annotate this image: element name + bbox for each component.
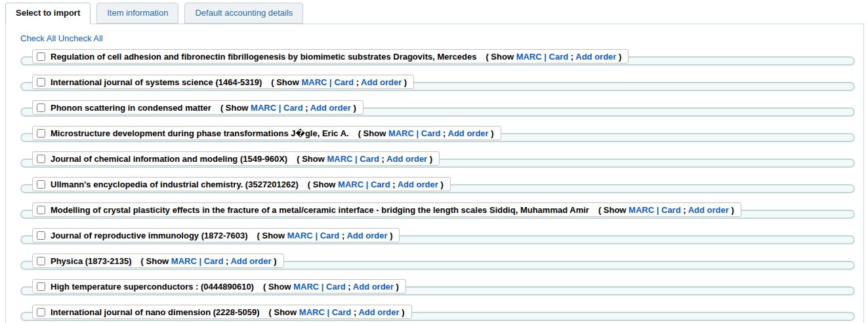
semicolon-separator: ; (356, 77, 359, 87)
add-order-link[interactable]: Add order (230, 256, 271, 266)
add-order-link[interactable]: Add order (398, 180, 438, 189)
add-order-link[interactable]: Add order (688, 205, 729, 215)
semicolon-separator: ; (443, 128, 445, 138)
show-card-link[interactable]: Card (334, 77, 354, 87)
record-checkbox[interactable] (37, 129, 45, 138)
pipe-separator: | (355, 154, 358, 164)
add-order-link[interactable]: Add order (353, 282, 394, 292)
semicolon-separator: ; (382, 154, 384, 164)
show-marc-link[interactable]: MARC (516, 52, 542, 62)
show-card-link[interactable]: Card (360, 154, 379, 164)
add-order-link[interactable]: Add order (310, 103, 351, 113)
record-checkbox[interactable] (37, 206, 45, 214)
record-actions: ( Show MARC | Card ; Add order ) (257, 231, 393, 240)
pipe-separator: | (327, 307, 329, 317)
show-marc-link[interactable]: MARC (171, 256, 197, 266)
record-actions: ( Show MARC | Card ; Add order ) (220, 103, 356, 113)
record-checkbox[interactable] (37, 155, 45, 163)
show-marc-link[interactable]: MARC (287, 231, 313, 240)
tab-select-to-import[interactable]: Select to import (5, 3, 91, 24)
tab-item-information[interactable]: Item information (96, 3, 178, 24)
import-record-row: International journal of systems science… (6, 74, 863, 100)
pipe-separator: | (315, 231, 318, 240)
record-checkbox[interactable] (37, 308, 45, 316)
show-marc-link[interactable]: MARC (251, 103, 276, 113)
show-card-link[interactable]: Card (421, 128, 441, 138)
close-paren: ) (402, 307, 404, 317)
import-record-row: Physica (1873-2135) ( Show MARC | Card ;… (6, 253, 863, 278)
add-order-link[interactable]: Add order (346, 231, 387, 240)
pipe-separator: | (657, 205, 659, 215)
tab-default-accounting-details[interactable]: Default accounting details (184, 3, 303, 24)
show-label: ( Show (486, 52, 514, 62)
import-record-row: High temperature superconductors : (0444… (6, 278, 863, 304)
show-card-link[interactable]: Card (549, 52, 569, 62)
record-checkbox[interactable] (37, 257, 45, 265)
record-actions: ( Show MARC | Card ; Add order ) (141, 256, 277, 266)
show-label: ( Show (598, 205, 627, 215)
show-marc-link[interactable]: MARC (299, 307, 325, 317)
show-card-link[interactable]: Card (332, 307, 352, 317)
show-marc-link[interactable]: MARC (293, 282, 319, 292)
record-actions: ( Show MARC | Card ; Add order ) (297, 154, 432, 164)
show-card-link[interactable]: Card (204, 256, 224, 266)
show-marc-link[interactable]: MARC (338, 180, 363, 189)
show-card-link[interactable]: Card (326, 282, 346, 292)
add-order-link[interactable]: Add order (361, 77, 402, 87)
record-checkbox[interactable] (37, 52, 45, 61)
import-record-row: Phonon scattering in condensed matter ( … (6, 100, 863, 125)
add-order-link[interactable]: Add order (575, 52, 616, 62)
record-checkbox[interactable] (37, 78, 45, 86)
import-record-row: Journal of chemical information and mode… (6, 151, 863, 176)
record-title: Physica (1873-2135) (51, 256, 132, 266)
show-marc-link[interactable]: MARC (327, 154, 352, 164)
record-card: High temperature superconductors : (0444… (32, 279, 406, 294)
add-order-link[interactable]: Add order (448, 128, 489, 138)
record-checkbox[interactable] (37, 282, 45, 291)
record-card: Modelling of crystal plasticity effects … (32, 202, 741, 217)
show-card-link[interactable]: Card (371, 180, 390, 189)
pipe-separator: | (199, 256, 201, 266)
close-paren: ) (353, 103, 356, 113)
show-marc-link[interactable]: MARC (301, 77, 327, 87)
show-label: ( Show (358, 128, 386, 138)
tab-bar: Select to import Item information Defaul… (0, 3, 868, 24)
record-actions: ( Show MARC | Card ; Add order ) (308, 180, 444, 189)
import-record-row: Microstructure development during phase … (6, 125, 863, 151)
show-card-link[interactable]: Card (320, 231, 340, 240)
import-record-row: International journal of nano dimension … (6, 304, 863, 323)
record-card: Regulation of cell adhesion and fibronec… (32, 49, 629, 64)
show-card-link[interactable]: Card (661, 205, 681, 215)
record-card: Ullmann's encyclopedia of industrial che… (32, 177, 451, 191)
show-label: ( Show (271, 77, 299, 87)
record-actions: ( Show MARC | Card ; Add order ) (263, 282, 399, 292)
show-marc-link[interactable]: MARC (629, 205, 654, 215)
record-card: International journal of nano dimension … (32, 305, 412, 319)
check-all-link[interactable]: Check All (20, 33, 56, 43)
import-record-row: Regulation of cell adhesion and fibronec… (6, 48, 863, 74)
record-actions: ( Show MARC | Card ; Add order ) (486, 52, 621, 62)
record-title: Journal of reproductive immunology (1872… (51, 231, 248, 240)
show-marc-link[interactable]: MARC (388, 128, 414, 138)
close-paren: ) (440, 180, 443, 189)
show-label: ( Show (297, 154, 325, 164)
add-order-link[interactable]: Add order (386, 154, 427, 164)
add-order-link[interactable]: Add order (358, 307, 399, 317)
close-paren: ) (390, 231, 392, 240)
show-label: ( Show (308, 180, 336, 189)
record-checkbox[interactable] (37, 231, 45, 240)
close-paren: ) (404, 77, 407, 87)
record-checkbox[interactable] (37, 104, 45, 112)
record-title: Journal of chemical information and mode… (51, 154, 287, 164)
semicolon-separator: ; (392, 180, 395, 189)
record-checkbox[interactable] (37, 180, 45, 189)
semicolon-separator: ; (354, 307, 356, 317)
import-record-row: Modelling of crystal plasticity effects … (6, 202, 863, 227)
pipe-separator: | (321, 282, 324, 292)
show-card-link[interactable]: Card (283, 103, 303, 113)
select-to-import-panel: Check All Uncheck All Regulation of cell… (5, 24, 864, 323)
uncheck-all-link[interactable]: Uncheck All (58, 33, 103, 43)
pipe-separator: | (544, 52, 547, 62)
record-title: Phonon scattering in condensed matter (51, 103, 211, 113)
record-card: International journal of systems science… (32, 75, 414, 89)
